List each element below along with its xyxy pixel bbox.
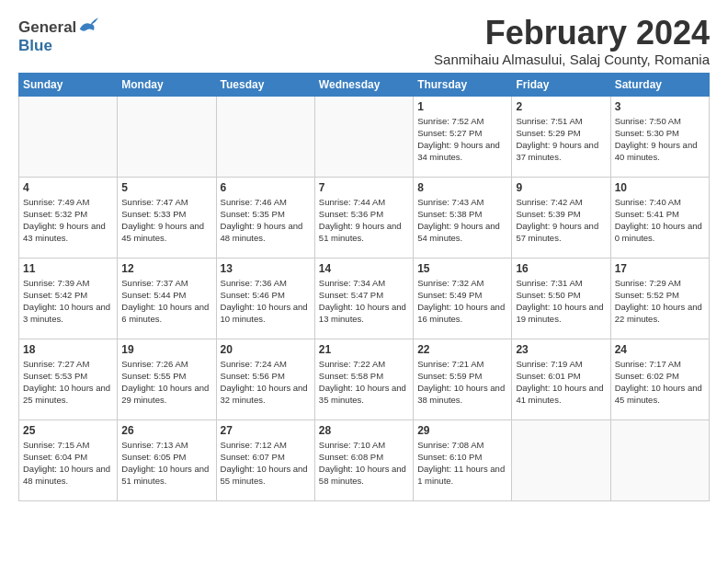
column-header-sunday: Sunday [19,73,118,96]
logo: General Blue [18,18,98,55]
calendar-cell: 5Sunrise: 7:47 AM Sunset: 5:33 PM Daylig… [118,177,216,258]
day-number: 29 [417,424,507,437]
calendar-cell: 3Sunrise: 7:50 AM Sunset: 5:30 PM Daylig… [610,96,709,177]
column-header-tuesday: Tuesday [216,73,314,96]
day-number: 5 [121,181,211,194]
day-number: 13 [221,262,311,275]
day-info: Sunrise: 7:22 AM Sunset: 5:58 PM Dayligh… [319,358,409,407]
calendar-cell: 9Sunrise: 7:42 AM Sunset: 5:39 PM Daylig… [512,177,610,258]
calendar-week-row: 1Sunrise: 7:52 AM Sunset: 5:27 PM Daylig… [19,96,710,177]
calendar-cell: 4Sunrise: 7:49 AM Sunset: 5:32 PM Daylig… [19,177,118,258]
month-title: February 2024 [434,15,710,52]
calendar-week-row: 11Sunrise: 7:39 AM Sunset: 5:42 PM Dayli… [19,258,710,339]
calendar-cell [118,96,216,177]
calendar-cell: 21Sunrise: 7:22 AM Sunset: 5:58 PM Dayli… [314,339,413,419]
day-info: Sunrise: 7:29 AM Sunset: 5:52 PM Dayligh… [615,277,705,326]
column-header-saturday: Saturday [610,73,709,96]
day-info: Sunrise: 7:51 AM Sunset: 5:29 PM Dayligh… [516,115,606,164]
day-info: Sunrise: 7:50 AM Sunset: 5:30 PM Dayligh… [615,115,705,164]
calendar-cell: 23Sunrise: 7:19 AM Sunset: 6:01 PM Dayli… [512,339,610,419]
calendar-cell [610,419,709,500]
column-header-friday: Friday [512,73,610,96]
day-info: Sunrise: 7:49 AM Sunset: 5:32 PM Dayligh… [23,196,113,245]
day-info: Sunrise: 7:08 AM Sunset: 6:10 PM Dayligh… [417,439,507,488]
calendar-cell: 20Sunrise: 7:24 AM Sunset: 5:56 PM Dayli… [216,339,314,419]
day-info: Sunrise: 7:27 AM Sunset: 5:53 PM Dayligh… [23,358,113,407]
logo-bird-icon [78,17,98,34]
calendar-table: SundayMondayTuesdayWednesdayThursdayFrid… [18,73,710,501]
calendar-cell [314,96,413,177]
calendar-cell: 18Sunrise: 7:27 AM Sunset: 5:53 PM Dayli… [19,339,118,419]
calendar-week-row: 18Sunrise: 7:27 AM Sunset: 5:53 PM Dayli… [19,339,710,419]
calendar-cell: 17Sunrise: 7:29 AM Sunset: 5:52 PM Dayli… [610,258,709,339]
calendar-cell: 1Sunrise: 7:52 AM Sunset: 5:27 PM Daylig… [414,96,512,177]
day-number: 28 [319,424,409,437]
calendar-cell: 24Sunrise: 7:17 AM Sunset: 6:02 PM Dayli… [610,339,709,419]
day-info: Sunrise: 7:34 AM Sunset: 5:47 PM Dayligh… [319,277,409,326]
day-number: 23 [516,343,606,356]
calendar-cell: 26Sunrise: 7:13 AM Sunset: 6:05 PM Dayli… [118,419,216,500]
day-info: Sunrise: 7:32 AM Sunset: 5:49 PM Dayligh… [417,277,507,326]
day-info: Sunrise: 7:13 AM Sunset: 6:05 PM Dayligh… [121,439,211,488]
calendar-cell: 7Sunrise: 7:44 AM Sunset: 5:36 PM Daylig… [314,177,413,258]
day-info: Sunrise: 7:12 AM Sunset: 6:07 PM Dayligh… [221,439,311,488]
calendar-cell: 25Sunrise: 7:15 AM Sunset: 6:04 PM Dayli… [19,419,118,500]
day-info: Sunrise: 7:42 AM Sunset: 5:39 PM Dayligh… [516,196,606,245]
day-info: Sunrise: 7:26 AM Sunset: 5:55 PM Dayligh… [121,358,211,407]
day-number: 14 [319,262,409,275]
logo-general-text: General [18,18,76,37]
day-number: 12 [121,262,211,275]
day-number: 22 [417,343,507,356]
calendar-cell: 15Sunrise: 7:32 AM Sunset: 5:49 PM Dayli… [414,258,512,339]
day-number: 6 [221,181,311,194]
day-number: 24 [615,343,705,356]
day-info: Sunrise: 7:24 AM Sunset: 5:56 PM Dayligh… [221,358,311,407]
column-header-monday: Monday [118,73,216,96]
day-number: 19 [121,343,211,356]
calendar-cell: 8Sunrise: 7:43 AM Sunset: 5:38 PM Daylig… [414,177,512,258]
day-info: Sunrise: 7:39 AM Sunset: 5:42 PM Dayligh… [23,277,113,326]
day-number: 17 [615,262,705,275]
day-info: Sunrise: 7:21 AM Sunset: 5:59 PM Dayligh… [417,358,507,407]
calendar-cell: 10Sunrise: 7:40 AM Sunset: 5:41 PM Dayli… [610,177,709,258]
calendar-cell: 19Sunrise: 7:26 AM Sunset: 5:55 PM Dayli… [118,339,216,419]
day-info: Sunrise: 7:46 AM Sunset: 5:35 PM Dayligh… [221,196,311,245]
calendar-cell: 14Sunrise: 7:34 AM Sunset: 5:47 PM Dayli… [314,258,413,339]
day-number: 25 [23,424,113,437]
column-header-thursday: Thursday [414,73,512,96]
calendar-cell: 28Sunrise: 7:10 AM Sunset: 6:08 PM Dayli… [314,419,413,500]
day-info: Sunrise: 7:36 AM Sunset: 5:46 PM Dayligh… [221,277,311,326]
day-number: 4 [23,181,113,194]
calendar-cell: 22Sunrise: 7:21 AM Sunset: 5:59 PM Dayli… [414,339,512,419]
day-info: Sunrise: 7:31 AM Sunset: 5:50 PM Dayligh… [516,277,606,326]
day-info: Sunrise: 7:19 AM Sunset: 6:01 PM Dayligh… [516,358,606,407]
day-info: Sunrise: 7:40 AM Sunset: 5:41 PM Dayligh… [615,196,705,245]
calendar-cell: 6Sunrise: 7:46 AM Sunset: 5:35 PM Daylig… [216,177,314,258]
day-info: Sunrise: 7:52 AM Sunset: 5:27 PM Dayligh… [417,115,507,164]
location-title: Sanmihaiu Almasului, Salaj County, Roman… [434,52,710,67]
day-number: 15 [417,262,507,275]
calendar-week-row: 25Sunrise: 7:15 AM Sunset: 6:04 PM Dayli… [19,419,710,500]
title-area: February 2024 Sanmihaiu Almasului, Salaj… [434,15,710,67]
calendar-cell: 16Sunrise: 7:31 AM Sunset: 5:50 PM Dayli… [512,258,610,339]
day-number: 26 [121,424,211,437]
header: General Blue February 2024 Sanmihaiu Alm… [18,15,710,67]
calendar-week-row: 4Sunrise: 7:49 AM Sunset: 5:32 PM Daylig… [19,177,710,258]
day-info: Sunrise: 7:43 AM Sunset: 5:38 PM Dayligh… [417,196,507,245]
calendar-cell [216,96,314,177]
calendar-cell: 12Sunrise: 7:37 AM Sunset: 5:44 PM Dayli… [118,258,216,339]
day-number: 11 [23,262,113,275]
calendar-cell: 13Sunrise: 7:36 AM Sunset: 5:46 PM Dayli… [216,258,314,339]
day-number: 10 [615,181,705,194]
calendar-cell: 29Sunrise: 7:08 AM Sunset: 6:10 PM Dayli… [414,419,512,500]
day-number: 27 [221,424,311,437]
day-number: 16 [516,262,606,275]
calendar-cell [512,419,610,500]
day-number: 20 [221,343,311,356]
day-number: 3 [615,100,705,113]
day-number: 7 [319,181,409,194]
column-header-wednesday: Wednesday [314,73,413,96]
day-number: 2 [516,100,606,113]
day-info: Sunrise: 7:37 AM Sunset: 5:44 PM Dayligh… [121,277,211,326]
day-info: Sunrise: 7:10 AM Sunset: 6:08 PM Dayligh… [319,439,409,488]
